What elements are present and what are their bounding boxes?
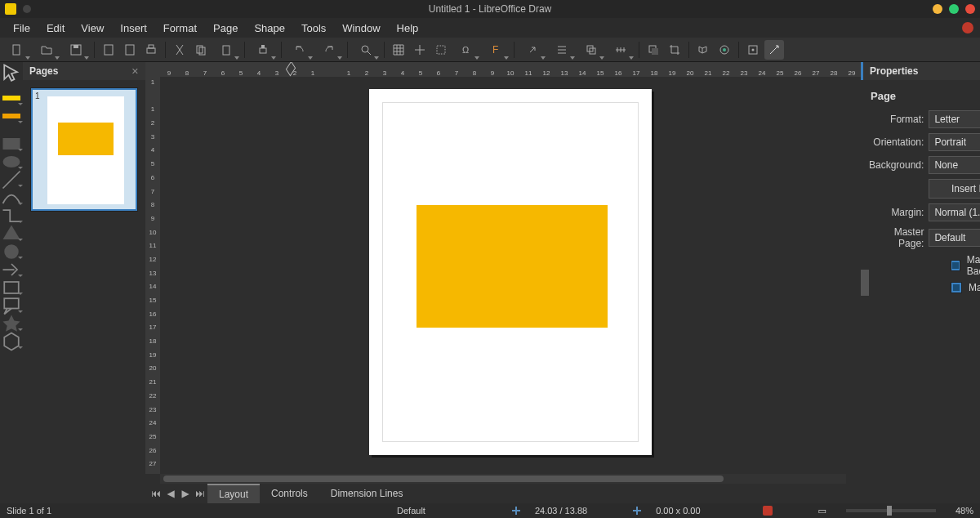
section-page-label: Page xyxy=(871,90,896,102)
basic-shapes-tool[interactable] xyxy=(0,226,23,242)
drawing-toolbar xyxy=(0,62,23,503)
horizontal-ruler[interactable]: 9876543211234567891011121314151617181920… xyxy=(145,62,861,77)
svg-rect-27 xyxy=(4,282,19,293)
curve-tool[interactable] xyxy=(0,190,23,206)
cut-button[interactable] xyxy=(170,40,189,60)
crop-button[interactable] xyxy=(665,40,684,60)
toggle-point-edit-button[interactable] xyxy=(715,40,734,60)
margin-select[interactable]: Normal (1.90 cm) xyxy=(929,203,980,221)
symbol-shapes-tool[interactable] xyxy=(0,243,23,260)
align-button[interactable] xyxy=(548,40,576,60)
new-button[interactable] xyxy=(3,40,31,60)
page-thumbnail-1[interactable]: 1 xyxy=(31,88,137,211)
document-close-icon[interactable] xyxy=(962,22,973,33)
save-button[interactable] xyxy=(62,40,90,60)
copy-button[interactable] xyxy=(191,40,211,60)
properties-panel-title: Properties ✕ xyxy=(861,62,980,80)
stars-tool[interactable] xyxy=(0,315,23,332)
export-pdf-button[interactable] xyxy=(99,40,118,60)
prev-page-button[interactable]: ◀ xyxy=(163,485,178,502)
menu-edit[interactable]: Edit xyxy=(38,20,73,37)
menu-help[interactable]: Help xyxy=(389,20,427,37)
select-tool[interactable] xyxy=(0,65,23,82)
cursor-pos-icon xyxy=(512,507,520,515)
special-char-button[interactable]: Ω xyxy=(452,40,480,60)
zoom-button[interactable] xyxy=(352,40,380,60)
line-color-swatch[interactable] xyxy=(0,90,23,106)
paste-button[interactable] xyxy=(212,40,240,60)
menu-format[interactable]: Format xyxy=(155,20,205,37)
tab-dimension-lines[interactable]: Dimension Lines xyxy=(319,485,415,502)
hyperlink-button[interactable] xyxy=(519,40,546,60)
orientation-label: Orientation: xyxy=(869,136,924,148)
pages-panel-close-icon[interactable]: ✕ xyxy=(131,66,139,77)
zoom-slider[interactable] xyxy=(846,509,936,512)
status-master[interactable]: Default xyxy=(397,506,425,516)
svg-rect-13 xyxy=(437,46,445,54)
status-zoom[interactable]: 48% xyxy=(956,506,973,516)
grid-button[interactable] xyxy=(389,40,408,60)
menu-window[interactable]: Window xyxy=(334,20,388,37)
open-button[interactable] xyxy=(33,40,60,60)
rectangle-tool[interactable] xyxy=(0,136,23,152)
window-close[interactable] xyxy=(965,4,975,14)
master-page-select[interactable]: Default xyxy=(929,229,980,247)
drawing-canvas[interactable] xyxy=(160,77,861,474)
clone-formatting-button[interactable] xyxy=(249,40,277,60)
undo-button[interactable] xyxy=(286,40,314,60)
next-page-button[interactable]: ▶ xyxy=(178,485,193,502)
master-background-label: Master Background xyxy=(967,254,980,277)
zoom-fit-icon[interactable]: ▭ xyxy=(818,506,826,516)
callout-tool[interactable] xyxy=(0,297,23,314)
properties-panel: Properties ✕ Page ▣ Format: Letter Orien… xyxy=(861,62,980,503)
shadow-button[interactable] xyxy=(644,40,663,60)
vertical-ruler[interactable]: 1123456789101112131415161718192021222324… xyxy=(145,77,160,474)
flowchart-tool[interactable] xyxy=(0,279,23,296)
format-select[interactable]: Letter xyxy=(929,110,980,128)
tab-controls[interactable]: Controls xyxy=(260,485,319,502)
show-draw-functions-button[interactable] xyxy=(764,40,784,60)
layer-tabs-row: ⏮ ◀ ▶ ⏭ Layout Controls Dimension Lines xyxy=(145,484,861,503)
canvas-area: 9876543211234567891011121314151617181920… xyxy=(145,62,861,503)
background-select[interactable]: None xyxy=(929,156,980,174)
arrow-shapes-tool[interactable] xyxy=(0,261,23,278)
fontwork-button[interactable]: F xyxy=(482,40,510,60)
first-page-button[interactable]: ⏮ xyxy=(149,485,163,502)
orientation-select[interactable]: Portrait xyxy=(929,133,980,151)
snap-guides-button[interactable] xyxy=(410,40,430,60)
menu-insert[interactable]: Insert xyxy=(112,20,155,37)
page-surface[interactable] xyxy=(369,89,652,455)
export-button[interactable] xyxy=(120,40,140,60)
master-objects-checkbox[interactable] xyxy=(951,282,962,293)
menu-tools[interactable]: Tools xyxy=(293,20,334,37)
guidelines-button[interactable] xyxy=(431,40,451,60)
line-tool[interactable] xyxy=(0,172,23,188)
status-object-size: 0.00 x 0.00 xyxy=(656,506,700,516)
3d-tool[interactable] xyxy=(0,333,23,350)
tab-layout[interactable]: Layout xyxy=(207,484,260,503)
insert-image-button[interactable]: Insert Image... xyxy=(929,179,980,199)
connector-tool[interactable] xyxy=(0,208,23,224)
thumbnail-number: 1 xyxy=(35,92,40,100)
window-maximize[interactable] xyxy=(949,4,959,14)
master-background-checkbox[interactable] xyxy=(951,260,960,271)
last-page-button[interactable]: ⏭ xyxy=(193,485,207,502)
ellipse-tool[interactable] xyxy=(0,154,23,170)
menu-view[interactable]: View xyxy=(73,20,112,37)
gluepoints-button[interactable] xyxy=(743,40,763,60)
menu-page[interactable]: Page xyxy=(205,20,246,37)
horizontal-scrollbar[interactable] xyxy=(160,474,846,484)
modified-indicator-icon[interactable] xyxy=(763,506,773,516)
redo-button[interactable] xyxy=(315,40,343,60)
menu-shape[interactable]: Shape xyxy=(246,20,293,37)
distribute-button[interactable] xyxy=(607,40,635,60)
section-page[interactable]: Page ▣ xyxy=(869,87,980,105)
window-minimize[interactable] xyxy=(933,4,942,14)
menu-file[interactable]: File xyxy=(5,20,38,37)
yellow-rectangle-shape[interactable] xyxy=(416,205,608,328)
print-button[interactable] xyxy=(141,40,161,60)
window-controls xyxy=(933,0,975,18)
fill-color-swatch[interactable] xyxy=(0,108,23,124)
extrusion-button[interactable] xyxy=(693,40,713,60)
arrange-button[interactable] xyxy=(577,40,605,60)
